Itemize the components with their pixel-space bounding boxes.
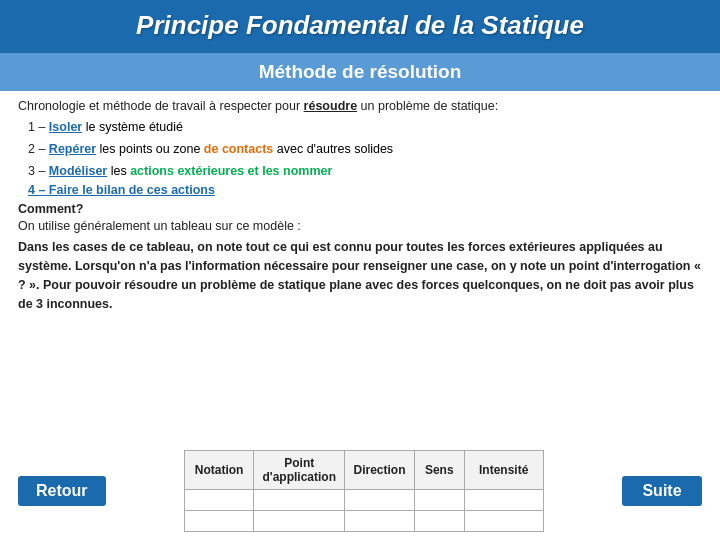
table-header-row: Notation Pointd'application Direction Se… xyxy=(184,451,543,490)
intro-suffix: un problème de statique: xyxy=(357,99,498,113)
comment-label: Comment? xyxy=(18,202,702,216)
col-intensite: Intensité xyxy=(464,451,543,490)
step1-keyword: Isoler xyxy=(49,120,82,134)
cell-point-2 xyxy=(254,511,345,532)
bottom-section: Retour Notation Pointd'application Direc… xyxy=(0,444,720,540)
step2-rest: les points ou zone xyxy=(96,142,204,156)
table-container: Notation Pointd'application Direction Se… xyxy=(116,450,612,532)
step-3: 3 – Modéliser les actions extérieures et… xyxy=(28,162,702,181)
cell-intensite-2 xyxy=(464,511,543,532)
step2-keyword: Repérer xyxy=(49,142,96,156)
intro-prefix: Chronologie et méthode de travail à resp… xyxy=(18,99,304,113)
page-title: Principe Fondamental de la Statique xyxy=(20,10,700,41)
step2-prefix: 2 – xyxy=(28,142,49,156)
subheader: Méthode de résolution xyxy=(0,53,720,91)
bold-paragraph: Dans les cases de ce tableau, on note to… xyxy=(18,238,702,313)
cell-sens-1 xyxy=(414,490,464,511)
cell-direction-1 xyxy=(345,490,415,511)
col-sens: Sens xyxy=(414,451,464,490)
col-direction: Direction xyxy=(345,451,415,490)
intro-bold: résoudre xyxy=(304,99,358,113)
cell-intensite-1 xyxy=(464,490,543,511)
step3-keyword: Modéliser xyxy=(49,164,107,178)
cell-direction-2 xyxy=(345,511,415,532)
content-area: Chronologie et méthode de travail à resp… xyxy=(0,91,720,444)
suite-button[interactable]: Suite xyxy=(622,476,702,506)
table-row xyxy=(184,490,543,511)
step-1: 1 – Isoler le système étudié xyxy=(28,118,702,137)
step-2: 2 – Repérer les points ou zone de contac… xyxy=(28,140,702,159)
col-notation: Notation xyxy=(184,451,254,490)
comment-text: On utilise généralement un tableau sur c… xyxy=(18,219,702,233)
step1-rest: le système étudié xyxy=(82,120,183,134)
step3-keyword2: actions extérieures et les nommer xyxy=(130,164,332,178)
cell-notation-1 xyxy=(184,490,254,511)
cell-notation-2 xyxy=(184,511,254,532)
page: Principe Fondamental de la Statique Méth… xyxy=(0,0,720,540)
cell-sens-2 xyxy=(414,511,464,532)
table-row xyxy=(184,511,543,532)
data-table: Notation Pointd'application Direction Se… xyxy=(184,450,544,532)
step-4: 4 – Faire le bilan de ces actions xyxy=(28,183,702,197)
cell-point-1 xyxy=(254,490,345,511)
col-point: Pointd'application xyxy=(254,451,345,490)
header: Principe Fondamental de la Statique xyxy=(0,0,720,53)
retour-button[interactable]: Retour xyxy=(18,476,106,506)
step2-rest2: avec d'autres solides xyxy=(273,142,393,156)
intro-text: Chronologie et méthode de travail à resp… xyxy=(18,99,702,113)
step1-prefix: 1 – xyxy=(28,120,49,134)
step3-prefix: 3 – xyxy=(28,164,49,178)
subheader-title: Méthode de résolution xyxy=(20,61,700,83)
step3-rest: les xyxy=(107,164,130,178)
step2-keyword2: de contacts xyxy=(204,142,273,156)
